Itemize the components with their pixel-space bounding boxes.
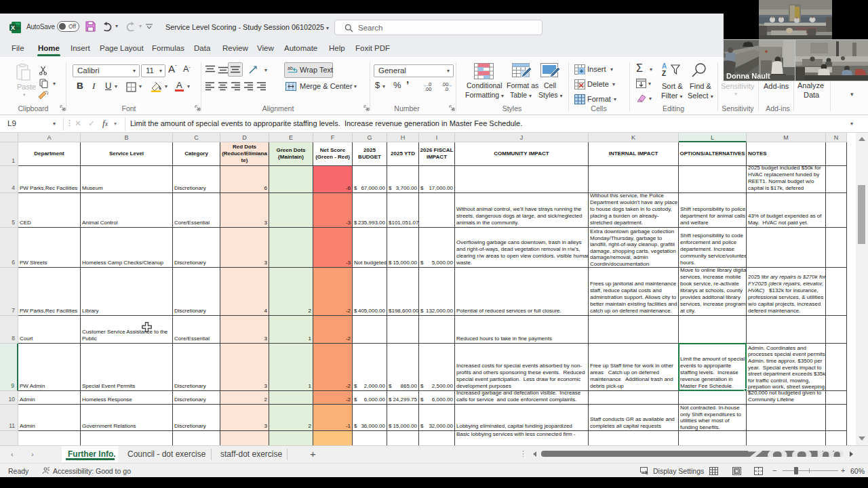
svg-text:Donna Nault: Donna Nault [726,72,770,80]
svg-text:A: A [662,62,667,70]
svg-text:.0: .0 [444,86,448,92]
svg-text:ab: ab [288,66,293,70]
svg-text:.00: .00 [425,86,431,92]
svg-text:Z: Z [662,70,666,77]
svg-text:X: X [11,24,15,31]
